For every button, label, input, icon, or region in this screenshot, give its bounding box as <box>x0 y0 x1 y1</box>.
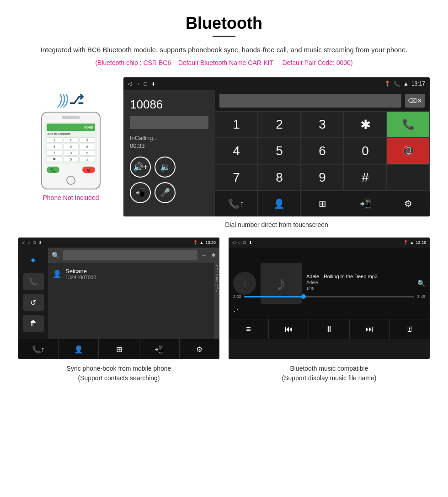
pb-alphabet-index: A B C D E F G H I <box>214 263 219 339</box>
phone-end-button: 📵 <box>82 167 95 173</box>
music-pause-button[interactable]: ⏸ <box>309 319 349 339</box>
phone-screen-bar: MORE <box>47 124 95 131</box>
call-history-button[interactable]: 📞↑ <box>215 191 258 216</box>
pb-call-button[interactable]: 📞 <box>23 273 44 290</box>
numpad-key-7[interactable]: 7 <box>215 164 258 191</box>
transfer-icon: 📲 <box>135 188 145 198</box>
call-history-icon: 📞↑ <box>228 198 244 209</box>
phone-key-3: 3 <box>80 137 95 143</box>
numpad-key-1[interactable]: 1 <box>215 111 258 138</box>
music-loc-icon: 📍 <box>403 240 408 245</box>
dial-volume-row: 🔊+ 🔉 <box>130 157 208 178</box>
numpad-key-hash[interactable]: # <box>344 164 387 191</box>
dialpad-nav-button[interactable]: ⊞ <box>301 191 344 216</box>
signal-icon: ▲ <box>403 81 409 87</box>
music-search-icon[interactable]: 🔍 <box>417 280 425 287</box>
volume-down-button[interactable]: 🔉 <box>155 157 176 178</box>
page-container: Bluetooth Integrated with BC6 Bluetooth … <box>0 0 448 397</box>
dial-number-display: 10086 <box>130 97 208 112</box>
music-pause-icon: ⏸ <box>325 324 333 334</box>
music-screen: ◁ ○ □ ⬇ 📍 ▲ 13:26 ♪ <box>229 238 430 359</box>
page-title: Bluetooth <box>18 14 430 33</box>
numpad-key-5[interactable]: 5 <box>258 138 301 164</box>
pb-caption-text: Sync phone-book from mobile phone <box>67 365 171 372</box>
pb-statusbar-right: 📍 ▲ 13:20 <box>193 240 216 245</box>
call-button[interactable]: 📞 <box>387 111 430 138</box>
notification-icon: ⬇ <box>151 81 155 87</box>
music-playlist-button[interactable]: ≡ <box>229 319 269 339</box>
pb-search-input[interactable] <box>63 250 197 260</box>
numpad-key-4[interactable]: 4 <box>215 138 258 164</box>
dial-numpad: 1 2 3 ✱ 📞 4 5 6 0 📵 7 <box>215 111 430 191</box>
transfer-call-button[interactable]: 📲 <box>130 182 151 203</box>
pb-main: 🔍 ← ✱ 👤 Seicane 13241007000 <box>48 248 219 339</box>
volume-up-button[interactable]: 🔊+ <box>130 157 151 178</box>
pb-call-icon: 📞 <box>29 277 38 286</box>
music-content: ♪ ♪ Adele - Rolling In the Deep.mp3 Adel… <box>229 248 430 339</box>
pb-dialpad-icon: ⊞ <box>116 345 122 354</box>
shuffle-icon: ⇌ <box>233 307 239 314</box>
pb-contact-details: Seicane 13241007000 <box>65 268 96 280</box>
contacts-nav-button[interactable]: 👤 <box>258 191 301 216</box>
music-caption-text2: (Support display music file name) <box>282 374 377 382</box>
pb-history-button[interactable]: 📞↑ <box>18 339 59 359</box>
music-playlist-icon: ≡ <box>246 324 251 334</box>
dial-input-field[interactable] <box>219 94 401 108</box>
pb-contacts-button[interactable]: 👤 <box>59 339 99 359</box>
numpad-key-star[interactable]: ✱ <box>344 111 387 138</box>
pb-delete-button[interactable]: 🗑 <box>23 315 44 332</box>
music-time-total: 3:49 <box>417 294 425 299</box>
bluetooth-signal-icon: ))) <box>58 91 67 108</box>
pb-dialpad-button[interactable]: ⊞ <box>99 339 139 359</box>
pb-search-bar: 🔍 ← ✱ <box>48 248 219 263</box>
dial-backspace-button[interactable]: ⌫✕ <box>405 94 425 108</box>
volume-up-icon: 🔊+ <box>133 162 148 172</box>
music-artist: Adele <box>306 280 413 285</box>
phone-transfer-button[interactable]: 📲 <box>344 191 387 216</box>
backspace-icon: ⌫✕ <box>408 97 422 104</box>
dial-content: 10086 InCalling... 00:33 🔊+ 🔉 <box>123 90 430 216</box>
pb-settings-icon: ⚙ <box>196 345 203 354</box>
numpad-key-6[interactable]: 6 <box>301 138 344 164</box>
title-divider <box>213 36 235 37</box>
pb-loc-icon: 📍 <box>193 240 198 245</box>
phone-key-9: 9 <box>80 150 95 156</box>
pb-contact-item[interactable]: 👤 Seicane 13241007000 <box>48 263 214 285</box>
dial-settings-icon: ⚙ <box>404 198 412 209</box>
music-prev-button[interactable]: ⏮ <box>269 319 309 339</box>
dial-settings-button[interactable]: ⚙ <box>387 191 430 216</box>
music-statusbar: ◁ ○ □ ⬇ 📍 ▲ 13:26 <box>229 238 430 248</box>
phone-keypad: 1 2 3 4 5 6 7 8 9 ✱ 0 # <box>47 137 95 162</box>
phone-key-7: 7 <box>47 150 62 156</box>
pb-settings-button[interactable]: ⚙ <box>180 339 219 359</box>
numpad-key-8[interactable]: 8 <box>258 164 301 191</box>
pb-sync-button[interactable]: ↺ <box>23 294 44 311</box>
music-track-info: 1/48 <box>306 286 413 291</box>
pb-transfer-button[interactable]: 📲 <box>139 339 180 359</box>
microphone-button[interactable]: 🎤 <box>155 182 176 203</box>
music-signal-icon: ▲ <box>410 240 414 245</box>
numpad-key-9[interactable]: 9 <box>301 164 344 191</box>
pb-contacts-list: 👤 Seicane 13241007000 <box>48 263 214 339</box>
music-eq-button[interactable]: 🎚 <box>390 319 430 339</box>
end-call-button[interactable]: 📵 <box>387 138 430 164</box>
numpad-key-3[interactable]: 3 <box>301 111 344 138</box>
pb-transfer-icon: 📲 <box>155 345 164 354</box>
dial-statusbar-left: ◁ ○ □ ⬇ <box>128 81 155 87</box>
music-time-current: 2:02 <box>233 294 241 299</box>
music-next-button[interactable]: ⏭ <box>350 319 390 339</box>
phone-key-5: 5 <box>63 144 79 149</box>
pb-sync-icon: ↺ <box>30 298 36 307</box>
music-progress-bar[interactable] <box>244 296 415 297</box>
music-bottom-bar: ≡ ⏮ ⏸ ⏭ 🎚 <box>229 319 430 339</box>
pb-search-icon: 🔍 <box>52 252 59 259</box>
dial-bottom-bar: 📞↑ 👤 ⊞ 📲 ⚙ <box>215 191 430 216</box>
numpad-key-0[interactable]: 0 <box>344 138 387 164</box>
bottom-captions-row: Sync phone-book from mobile phone (Suppo… <box>18 364 430 383</box>
numpad-key-2[interactable]: 2 <box>258 111 301 138</box>
bottom-section: ◁ ○ □ ⬇ 📍 ▲ 13:20 ✦ 📞 <box>18 238 430 359</box>
music-shuffle-icon[interactable]: ⇌ <box>233 306 239 314</box>
dial-statusbar-right: 📍 📞 ▲ 13:17 <box>384 81 425 87</box>
pb-history-icon: 📞↑ <box>32 345 45 354</box>
phone-add-contact: Add to Contacts <box>47 132 95 135</box>
